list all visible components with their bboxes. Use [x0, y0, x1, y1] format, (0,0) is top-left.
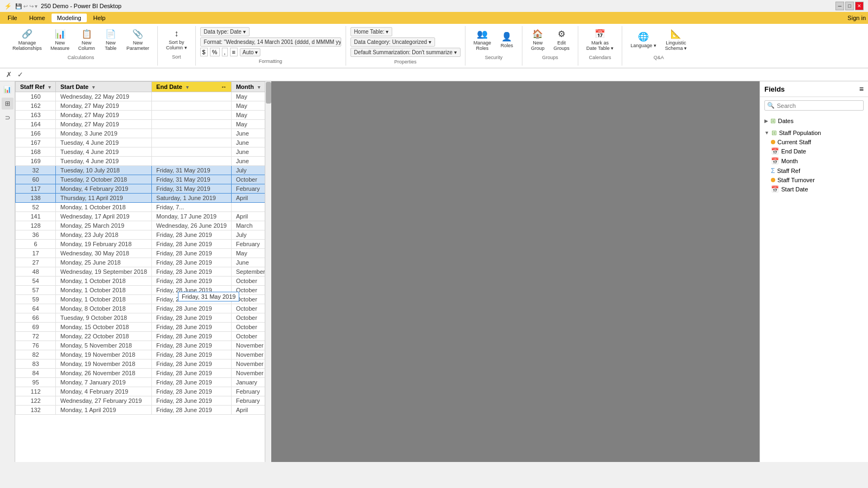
table-row[interactable]: 48Wednesday, 19 September 2018Friday, 28…: [16, 267, 265, 277]
cancel-formula-btn[interactable]: ✗: [4, 70, 14, 79]
sort-by-column-btn[interactable]: ↕ Sort byColumn ▾: [162, 27, 191, 52]
table-row[interactable]: 162Monday, 27 May 2019May: [16, 101, 265, 111]
table-row[interactable]: 122Wednesday, 27 February 2019Friday, 28…: [16, 396, 265, 406]
roles-btn[interactable]: 👤 Roles: [496, 30, 518, 50]
nav-model-icon[interactable]: ⊃: [2, 112, 14, 124]
restore-btn[interactable]: □: [845, 2, 854, 10]
nav-report-icon[interactable]: 📊: [2, 84, 14, 95]
table-row[interactable]: 138Thursday, 11 April 2019Saturday, 1 Ju…: [16, 194, 265, 203]
table-row[interactable]: 128Monday, 25 March 2019Wednesday, 26 Ju…: [16, 221, 265, 230]
comma-sign[interactable]: ,: [222, 48, 228, 56]
properties-title: Properties: [350, 58, 461, 65]
fields-panel-close[interactable]: ≡: [859, 85, 864, 93]
table-row[interactable]: 95Monday, 7 January 2019Friday, 28 June …: [16, 378, 265, 387]
table-row[interactable]: 76Monday, 5 November 2018Friday, 28 June…: [16, 341, 265, 350]
table-row[interactable]: 32Tuesday, 10 July 2018Friday, 31 May 20…: [16, 166, 265, 175]
data-category-btn[interactable]: Data Category: Uncategorized ▾: [350, 37, 435, 47]
nav-data-icon[interactable]: ⊞: [2, 98, 14, 110]
month-filter[interactable]: ▾: [258, 85, 260, 90]
table-row[interactable]: 168Tuesday, 4 June 2019June: [16, 147, 265, 157]
minimize-btn[interactable]: ─: [835, 2, 844, 10]
table-row[interactable]: 66Tuesday, 9 October 2018Friday, 28 June…: [16, 313, 265, 323]
field-current-staff[interactable]: Current Staff: [764, 138, 864, 146]
percent-sign[interactable]: %: [210, 48, 220, 56]
table-row[interactable]: 52Monday, 1 October 2018Friday, 7...: [16, 203, 265, 212]
menu-home[interactable]: Home: [24, 14, 50, 22]
title: 250 Demo - Power BI Desktop: [41, 3, 122, 9]
language-btn[interactable]: 🌐 Language ▾: [627, 30, 660, 50]
align-sign[interactable]: ≡: [230, 48, 238, 56]
search-box[interactable]: 🔍: [764, 100, 864, 111]
table-row[interactable]: 54Monday, 1 October 2018Friday, 28 June …: [16, 277, 265, 286]
field-staff-turnover[interactable]: Staff Turnover: [764, 176, 864, 184]
table-row[interactable]: 167Tuesday, 4 June 2019June: [16, 138, 265, 147]
field-start-date[interactable]: 📅 Start Date: [764, 184, 864, 194]
main-area: 📊 ⊞ ⊃ Staff Ref ▾ Start Date ▾ End Date …: [0, 81, 868, 462]
new-measure-btn[interactable]: 📊 NewMeasure: [47, 27, 73, 53]
vertical-scrollbar[interactable]: [265, 81, 271, 462]
table-row[interactable]: 60Tuesday, 2 October 2018Friday, 31 May …: [16, 175, 265, 184]
ribbon-group-security: 👥 ManageRoles 👤 Roles Security: [465, 26, 523, 66]
field-end-date[interactable]: 📅 End Date: [764, 146, 864, 156]
scroll-thumb[interactable]: [266, 82, 271, 104]
table-row[interactable]: 64Monday, 8 October 2018Friday, 28 June …: [16, 304, 265, 313]
home-table-btn[interactable]: Home Table: ▾: [350, 27, 393, 36]
cell-month: April: [231, 212, 265, 221]
manage-roles-btn[interactable]: 👥 ManageRoles: [470, 27, 495, 53]
table-row[interactable]: 164Monday, 27 May 2019May: [16, 120, 265, 129]
table-area[interactable]: Staff Ref ▾ Start Date ▾ End Date ▾ ↔ Mo…: [15, 81, 265, 462]
table-row[interactable]: 17Wednesday, 30 May 2018Friday, 28 June …: [16, 249, 265, 258]
default-summarization-btn[interactable]: Default Summarization: Don't summarize ▾: [350, 48, 461, 57]
manage-relationships-btn[interactable]: 🔗 ManageRelationships: [9, 27, 46, 53]
table-row[interactable]: 169Tuesday, 4 June 2019June: [16, 157, 265, 166]
table-row[interactable]: 82Monday, 19 November 2018Friday, 28 Jun…: [16, 350, 265, 359]
close-btn[interactable]: ✕: [855, 2, 864, 10]
table-row[interactable]: 83Monday, 19 November 2018Friday, 28 Jun…: [16, 359, 265, 369]
field-month[interactable]: 📅 Month: [764, 156, 864, 166]
start-date-filter[interactable]: ▾: [92, 85, 95, 90]
col-header-staff-ref[interactable]: Staff Ref ▾: [16, 82, 56, 92]
table-row[interactable]: 160Wednesday, 22 May 2019May: [16, 92, 265, 101]
data-type-btn[interactable]: Data type: Date ▾: [200, 27, 250, 36]
col-header-start-date[interactable]: Start Date ▾: [56, 82, 152, 92]
table-row[interactable]: 117Monday, 4 February 2019Friday, 31 May…: [16, 184, 265, 194]
end-date-filter[interactable]: ▾: [186, 85, 189, 90]
new-group-btn[interactable]: 🏠 NewGroup: [527, 27, 548, 53]
table-row[interactable]: 84Monday, 26 November 2018Friday, 28 Jun…: [16, 369, 265, 378]
table-row[interactable]: 72Monday, 22 October 2018Friday, 28 June…: [16, 332, 265, 341]
end-date-expand[interactable]: ↔: [221, 84, 227, 90]
field-staff-ref[interactable]: Σ Staff Ref: [764, 166, 864, 176]
new-table-btn[interactable]: 📄 NewTable: [100, 27, 122, 53]
auto-btn[interactable]: Auto ▾: [240, 48, 260, 56]
new-group-label: NewGroup: [531, 40, 545, 51]
linguistic-schema-btn[interactable]: 📐 LinguisticSchema ▾: [661, 27, 691, 53]
staff-ref-filter[interactable]: ▾: [48, 85, 51, 90]
table-row[interactable]: 112Monday, 4 February 2019Friday, 28 Jun…: [16, 387, 265, 396]
table-row[interactable]: 6Monday, 19 February 2018Friday, 28 June…: [16, 240, 265, 249]
new-parameter-btn[interactable]: 📎 NewParameter: [123, 27, 153, 53]
confirm-formula-btn[interactable]: ✓: [16, 70, 25, 79]
table-row[interactable]: 132Monday, 1 April 2019Friday, 28 June 2…: [16, 406, 265, 415]
cell-month: March: [231, 221, 265, 230]
table-row[interactable]: 141Wednesday, 17 April 2019Monday, 17 Ju…: [16, 212, 265, 221]
col-header-month[interactable]: Month ▾: [231, 82, 265, 92]
dates-group-header[interactable]: ▶ ⊞ Dates: [764, 116, 864, 126]
table-row[interactable]: 36Monday, 23 July 2018Friday, 28 June 20…: [16, 230, 265, 240]
edit-groups-btn[interactable]: ⚙ EditGroups: [550, 27, 573, 53]
format-btn[interactable]: Format: "Wednesday, 14 March 2001 (dddd,…: [200, 37, 341, 47]
dollar-sign[interactable]: $: [200, 48, 208, 56]
menu-help[interactable]: Help: [88, 14, 111, 22]
search-input[interactable]: [777, 102, 861, 109]
table-row[interactable]: 163Monday, 27 May 2019May: [16, 111, 265, 120]
table-row[interactable]: 69Monday, 15 October 2018Friday, 28 June…: [16, 323, 265, 332]
new-column-btn[interactable]: 📋 NewColumn: [74, 27, 99, 53]
menu-file[interactable]: File: [2, 14, 23, 22]
col-header-end-date[interactable]: End Date ▾ ↔: [152, 82, 232, 92]
mark-as-date-table-btn[interactable]: 📅 Mark asDate Table ▾: [583, 27, 617, 53]
table-row[interactable]: 27Monday, 25 June 2018Friday, 28 June 20…: [16, 258, 265, 267]
table-row[interactable]: 166Monday, 3 June 2019June: [16, 129, 265, 138]
sign-in[interactable]: Sign in: [847, 15, 866, 21]
cell-tooltip: Friday, 31 May 2019: [178, 292, 239, 301]
menu-modeling[interactable]: Modeling: [52, 14, 87, 22]
staff-population-header[interactable]: ▼ ⊞ Staff Population: [764, 128, 864, 138]
